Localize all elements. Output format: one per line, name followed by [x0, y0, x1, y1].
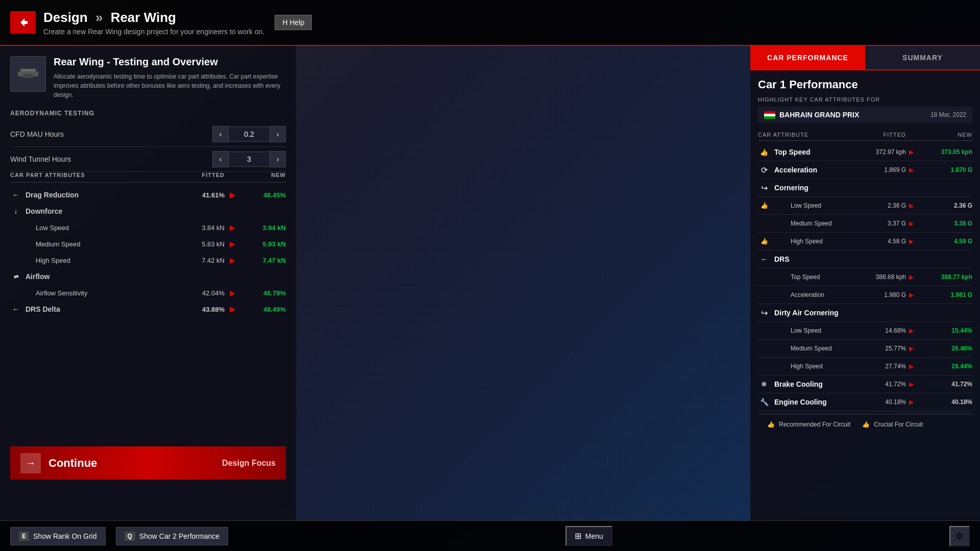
show-rank-button[interactable]: E Show Rank On Grid [10, 527, 106, 545]
df-med-icon [20, 238, 32, 249]
cornering-med-icon [758, 217, 770, 230]
help-button[interactable]: H Help [275, 15, 312, 30]
df-med-fitted: 5.83 kN [174, 240, 225, 248]
drs-top-speed-new: 388.77 kph [916, 273, 972, 281]
perf-new-col-label: NEW [916, 132, 972, 138]
section-header: Rear Wing - Testing and Overview Allocat… [10, 56, 286, 99]
df-low-fitted: 3.84 kN [174, 224, 225, 232]
cfd-value: 0.2 [229, 127, 270, 142]
cornering-icon: ↪ [758, 182, 770, 194]
drs-accel-label: Acceleration [774, 291, 845, 298]
airflow-icon: ⇌ [10, 271, 21, 282]
continue-arrow-icon: → [20, 453, 41, 473]
df-high-row: High Speed 7.42 kN ▶ 7.47 kN [10, 252, 286, 268]
cornering-low-new: 2.36 G [916, 202, 972, 209]
fitted-col-label: FITTED [174, 172, 225, 178]
drs-delta-row: ← DRS Delta 43.88% ▶ 48.49% [10, 301, 286, 317]
engine-cooling-fitted: 40.18% [845, 398, 906, 406]
perf-header: CAR ATTRIBUTE FITTED NEW [758, 129, 972, 141]
drs-acceleration-row: Acceleration 1.980 G ▶ 1.981 G [758, 286, 972, 304]
continue-button[interactable]: → Continue Design Focus [10, 446, 286, 480]
brake-cooling-arrow: ▶ [906, 381, 916, 388]
drs-top-speed-row: Top Speed 388.68 kph ▶ 388.77 kph [758, 268, 972, 286]
drs-delta-arrow: ▶ [225, 305, 240, 313]
da-low-new: 15.44% [916, 327, 972, 334]
show-car-label: Show Car 2 Performance [139, 532, 219, 540]
drs-top-speed-arrow: ▶ [906, 273, 916, 281]
cornering-low-arrow: ▶ [906, 202, 916, 209]
df-high-icon [20, 255, 32, 266]
recommended-icon: 👍 [766, 419, 776, 430]
engine-cooling-arrow: ▶ [906, 398, 916, 406]
da-high-icon [758, 360, 770, 372]
airflow-sens-arrow: ▶ [225, 289, 240, 297]
engine-cooling-row: 🔧 Engine Cooling 40.18% ▶ 40.18% [758, 393, 972, 411]
da-low-label: Low Speed [774, 327, 845, 334]
drag-new: 46.45% [240, 191, 286, 199]
recommended-label: Recommended For Circuit [779, 421, 850, 428]
perf-drs-row: ← DRS [758, 251, 972, 268]
settings-button[interactable]: ⚙ [949, 526, 970, 546]
perf-acceleration-row: ⟳ Acceleration 1.869 G ▶ 1.870 G [758, 161, 972, 179]
da-high-arrow: ▶ [906, 363, 916, 370]
dirty-air-icon: ↪ [758, 307, 770, 319]
drag-fitted: 41.61% [174, 191, 225, 199]
wind-tunnel-label: Wind Tunnel Hours [10, 155, 71, 163]
right-tabs: CAR PERFORMANCE SUMMARY [750, 46, 980, 70]
cornering-med-fitted: 3.37 G [845, 220, 906, 227]
drag-reduction-row: ← Drag Reduction 41.61% ▶ 46.45% [10, 187, 286, 203]
da-med-row: Medium Speed 25.77% ▶ 26.46% [758, 340, 972, 358]
perf-cornering-row: ↪ Cornering [758, 179, 972, 197]
header-subtitle: Create a new Rear Wing design project fo… [43, 28, 264, 36]
design-focus-label: Design Focus [222, 459, 276, 468]
show-car-perf-button[interactable]: Q Show Car 2 Performance [116, 527, 229, 545]
drs-accel-arrow: ▶ [906, 291, 916, 298]
perf-top-speed-row: 👍 Top Speed 372.97 kph ▶ 373.05 kph [758, 143, 972, 161]
wind-decrease-btn[interactable]: ‹ [212, 151, 229, 167]
menu-grid-icon: ⊞ [575, 531, 581, 541]
df-med-new: 5.93 kN [240, 240, 286, 248]
acceleration-label: Acceleration [774, 166, 845, 174]
acceleration-new: 1.870 G [916, 166, 972, 173]
left-panel: Rear Wing - Testing and Overview Allocat… [0, 46, 296, 520]
cornering-med-row: Medium Speed 3.37 G ▶ 3.38 G [758, 215, 972, 233]
df-high-name: High Speed [36, 257, 174, 264]
crucial-label: Crucial For Circuit [874, 421, 923, 428]
df-low-row: Low Speed 3.84 kN ▶ 3.94 kN [10, 219, 286, 236]
menu-button[interactable]: ⊞ Menu [566, 526, 612, 546]
df-low-arrow: ▶ [225, 223, 240, 232]
da-med-new: 26.46% [916, 345, 972, 352]
cfd-increase-btn[interactable]: › [270, 126, 286, 142]
highlight-label: HIGHLIGHT KEY CAR ATTRIBUTES FOR [758, 96, 972, 103]
grand-prix-row: BAHRAIN GRAND PRIX 18 Mar, 2022 [758, 107, 972, 123]
airflow-sens-fitted: 42.04% [174, 289, 225, 297]
back-button[interactable] [10, 11, 36, 34]
drs-label: DRS [774, 255, 845, 263]
da-low-arrow: ▶ [906, 327, 916, 334]
breadcrumb: Design » Rear Wing [43, 10, 264, 26]
header: Design » Rear Wing Create a new Rear Win… [0, 0, 980, 46]
tab-summary[interactable]: SUMMARY [865, 46, 980, 69]
drag-name: Drag Reduction [26, 191, 174, 199]
da-low-row: Low Speed 14.68% ▶ 15.44% [758, 322, 972, 340]
cornering-low-thumb: 👍 [758, 199, 770, 212]
airflow-sens-new: 46.79% [240, 289, 286, 297]
cfd-mau-row: CFD MAU Hours ‹ 0.2 › [10, 122, 286, 147]
wind-increase-btn[interactable]: › [270, 151, 286, 167]
tab-car-performance[interactable]: CAR PERFORMANCE [750, 46, 865, 69]
cfd-decrease-btn[interactable]: ‹ [212, 126, 229, 142]
drs-icon: ← [758, 253, 770, 265]
right-title: Car 1 Performance [758, 78, 972, 91]
cornering-high-new: 4.59 G [916, 238, 972, 245]
brake-cooling-new: 41.72% [916, 381, 972, 388]
drag-arrow: ▶ [225, 191, 240, 199]
show-rank-key: E [19, 532, 29, 541]
cornering-high-fitted: 4.58 G [845, 238, 906, 245]
drs-delta-name: DRS Delta [26, 305, 174, 313]
brake-cooling-label: Brake Cooling [774, 380, 845, 388]
menu-label: Menu [585, 532, 603, 540]
acceleration-arrow: ▶ [906, 166, 916, 173]
cornering-med-new: 3.38 G [916, 220, 972, 227]
df-med-name: Medium Speed [36, 240, 174, 248]
perf-fitted-col-label: FITTED [845, 132, 906, 138]
